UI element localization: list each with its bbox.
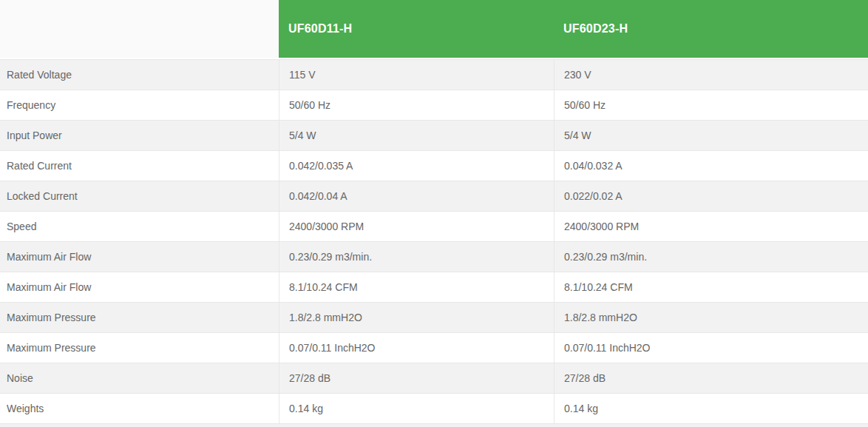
cell-value-uf60d11: 115 V bbox=[279, 60, 554, 90]
table-row: Noise27/28 dB27/28 dB bbox=[0, 363, 868, 393]
cell-value-uf60d11: 27/28 dB bbox=[279, 363, 554, 393]
row-label: Maximum Pressure bbox=[0, 333, 279, 363]
table-row: Maximum Pressure0.07/0.11 InchH2O0.07/0.… bbox=[0, 332, 868, 363]
cell-value-uf60d11: 0.14 kg bbox=[279, 394, 554, 423]
table-row: Rated Current0.042/0.035 A0.04/0.032 A bbox=[0, 150, 868, 181]
column-header-label: UF60D11-H bbox=[288, 22, 352, 36]
column-header-uf60d23: UF60D23-H bbox=[554, 0, 868, 58]
table-row: Input Power5/4 W5/4 W bbox=[0, 120, 868, 150]
row-label: Speed bbox=[0, 212, 279, 241]
table-row: Maximum Pressure1.8/2.8 mmH2O1.8/2.8 mmH… bbox=[0, 302, 868, 332]
cell-value-uf60d11: 8.1/10.24 CFM bbox=[279, 272, 554, 302]
cell-value-uf60d11: 1.8/2.8 mmH2O bbox=[279, 303, 554, 332]
cell-value-uf60d11: 0.042/0.035 A bbox=[279, 151, 554, 181]
table-row: Speed2400/3000 RPM2400/3000 RPM bbox=[0, 211, 868, 241]
partial-next-row-strip bbox=[0, 423, 868, 427]
row-label: Input Power bbox=[0, 121, 279, 150]
table-row: Frequency50/60 Hz50/60 Hz bbox=[0, 90, 868, 120]
cell-value-uf60d23: 0.23/0.29 m3/min. bbox=[554, 242, 868, 272]
table-row: Weights0.14 kg0.14 kg bbox=[0, 393, 868, 423]
cell-value-uf60d23: 0.07/0.11 InchH2O bbox=[554, 333, 868, 363]
cell-value-uf60d23: 2400/3000 RPM bbox=[554, 212, 868, 241]
column-header-label: UF60D23-H bbox=[563, 22, 628, 36]
cell-value-uf60d23: 50/60 Hz bbox=[554, 90, 868, 120]
row-label: Maximum Air Flow bbox=[0, 272, 279, 302]
column-header-uf60d11: UF60D11-H bbox=[279, 0, 554, 58]
row-label: Locked Current bbox=[0, 181, 279, 211]
cell-value-uf60d11: 2400/3000 RPM bbox=[279, 212, 554, 241]
table-row: Locked Current0.042/0.04 A0.022/0.02 A bbox=[0, 181, 868, 211]
cell-value-uf60d23: 1.8/2.8 mmH2O bbox=[554, 303, 868, 332]
empty-header-cell bbox=[0, 0, 279, 58]
row-label: Weights bbox=[0, 394, 279, 423]
table-header-row: UF60D11-H UF60D23-H bbox=[0, 0, 868, 58]
cell-value-uf60d23: 0.04/0.032 A bbox=[554, 151, 868, 181]
table-row: Maximum Air Flow0.23/0.29 m3/min.0.23/0.… bbox=[0, 241, 868, 272]
cell-value-uf60d23: 8.1/10.24 CFM bbox=[554, 272, 868, 302]
cell-value-uf60d23: 0.022/0.02 A bbox=[554, 181, 868, 211]
cell-value-uf60d11: 50/60 Hz bbox=[279, 90, 554, 120]
cell-value-uf60d11: 5/4 W bbox=[279, 121, 554, 150]
table-row: Rated Voltage115 V230 V bbox=[0, 59, 868, 90]
table-row: Maximum Air Flow8.1/10.24 CFM8.1/10.24 C… bbox=[0, 272, 868, 302]
cell-value-uf60d23: 0.14 kg bbox=[554, 394, 868, 423]
row-label: Rated Current bbox=[0, 151, 279, 181]
table-body: Rated Voltage115 V230 VFrequency50/60 Hz… bbox=[0, 59, 868, 423]
cell-value-uf60d11: 0.042/0.04 A bbox=[279, 181, 554, 211]
cell-value-uf60d11: 0.07/0.11 InchH2O bbox=[279, 333, 554, 363]
row-label: Maximum Pressure bbox=[0, 303, 279, 332]
row-label: Frequency bbox=[0, 90, 279, 120]
cell-value-uf60d23: 230 V bbox=[554, 60, 868, 90]
row-label: Rated Voltage bbox=[0, 60, 279, 90]
cell-value-uf60d23: 27/28 dB bbox=[554, 363, 868, 393]
row-label: Maximum Air Flow bbox=[0, 242, 279, 272]
spec-table: UF60D11-H UF60D23-H Rated Voltage115 V23… bbox=[0, 0, 868, 427]
cell-value-uf60d11: 0.23/0.29 m3/min. bbox=[279, 242, 554, 272]
row-label: Noise bbox=[0, 363, 279, 393]
cell-value-uf60d23: 5/4 W bbox=[554, 121, 868, 150]
